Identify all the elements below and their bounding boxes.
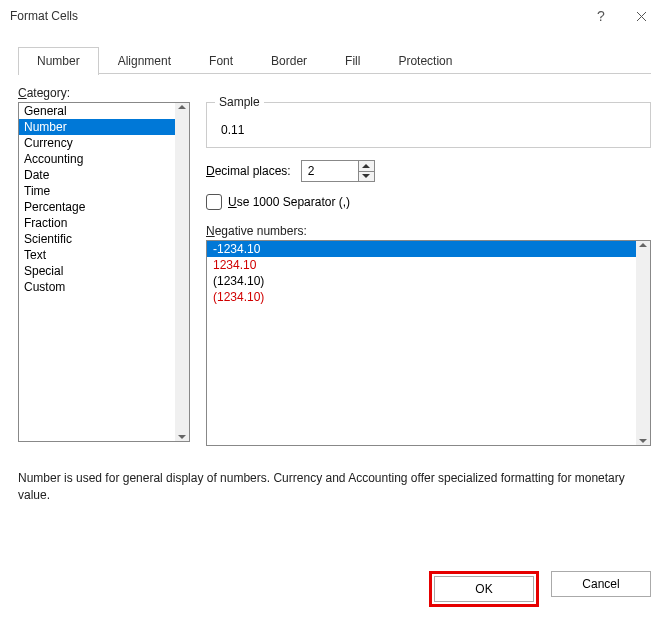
- category-item-date[interactable]: Date: [19, 167, 175, 183]
- negative-numbers-listbox[interactable]: -1234.10 1234.10 (1234.10) (1234.10): [206, 240, 651, 446]
- tab-strip: Number Alignment Font Border Fill Protec…: [18, 46, 651, 74]
- category-item-fraction[interactable]: Fraction: [19, 215, 175, 231]
- category-scrollbar[interactable]: [175, 103, 189, 441]
- ok-highlight-box: OK: [429, 571, 539, 607]
- ok-button[interactable]: OK: [434, 576, 534, 602]
- tab-alignment[interactable]: Alignment: [99, 47, 190, 75]
- help-icon: ?: [597, 8, 605, 24]
- tab-font[interactable]: Font: [190, 47, 252, 75]
- category-item-scientific[interactable]: Scientific: [19, 231, 175, 247]
- help-button[interactable]: ?: [581, 2, 621, 30]
- checkbox-box: [206, 194, 222, 210]
- category-item-percentage[interactable]: Percentage: [19, 199, 175, 215]
- scroll-up-icon: [639, 241, 647, 249]
- negative-item-2[interactable]: (1234.10): [207, 273, 636, 289]
- spinner-up[interactable]: [359, 161, 374, 172]
- sample-value: 0.11: [217, 123, 640, 137]
- dialog-footer: OK Cancel: [429, 571, 651, 607]
- decimal-places-input[interactable]: [302, 161, 358, 181]
- category-item-number[interactable]: Number: [19, 119, 175, 135]
- cancel-button[interactable]: Cancel: [551, 571, 651, 597]
- category-item-general[interactable]: General: [19, 103, 175, 119]
- close-button[interactable]: [621, 2, 661, 30]
- category-item-custom[interactable]: Custom: [19, 279, 175, 295]
- tab-fill[interactable]: Fill: [326, 47, 379, 75]
- sample-groupbox: Sample 0.11: [206, 102, 651, 148]
- thousands-separator-label: Use 1000 Separator (,): [228, 195, 350, 209]
- negative-scrollbar[interactable]: [636, 241, 650, 445]
- scroll-down-icon: [639, 437, 647, 445]
- thousands-separator-checkbox[interactable]: Use 1000 Separator (,): [206, 194, 651, 210]
- tab-protection[interactable]: Protection: [379, 47, 471, 75]
- negative-numbers-label: Negative numbers:: [206, 224, 651, 238]
- decimal-places-spinner[interactable]: [301, 160, 375, 182]
- spinner-down[interactable]: [359, 172, 374, 182]
- scroll-down-icon: [178, 433, 186, 441]
- category-item-text[interactable]: Text: [19, 247, 175, 263]
- chevron-up-icon: [362, 163, 370, 169]
- tab-border[interactable]: Border: [252, 47, 326, 75]
- category-item-accounting[interactable]: Accounting: [19, 151, 175, 167]
- category-item-special[interactable]: Special: [19, 263, 175, 279]
- scroll-up-icon: [178, 103, 186, 111]
- chevron-down-icon: [362, 173, 370, 179]
- negative-item-3[interactable]: (1234.10): [207, 289, 636, 305]
- title-bar: Format Cells ?: [0, 0, 669, 32]
- window-title: Format Cells: [10, 9, 581, 23]
- description-text: Number is used for general display of nu…: [18, 470, 651, 505]
- close-icon: [636, 11, 647, 22]
- category-label: Category:: [18, 86, 651, 100]
- negative-item-1[interactable]: 1234.10: [207, 257, 636, 273]
- sample-legend: Sample: [215, 95, 264, 109]
- category-item-time[interactable]: Time: [19, 183, 175, 199]
- decimal-places-label: Decimal places:: [206, 164, 291, 178]
- category-item-currency[interactable]: Currency: [19, 135, 175, 151]
- tab-number[interactable]: Number: [18, 47, 99, 75]
- category-listbox[interactable]: General Number Currency Accounting Date …: [18, 102, 190, 442]
- negative-item-0[interactable]: -1234.10: [207, 241, 636, 257]
